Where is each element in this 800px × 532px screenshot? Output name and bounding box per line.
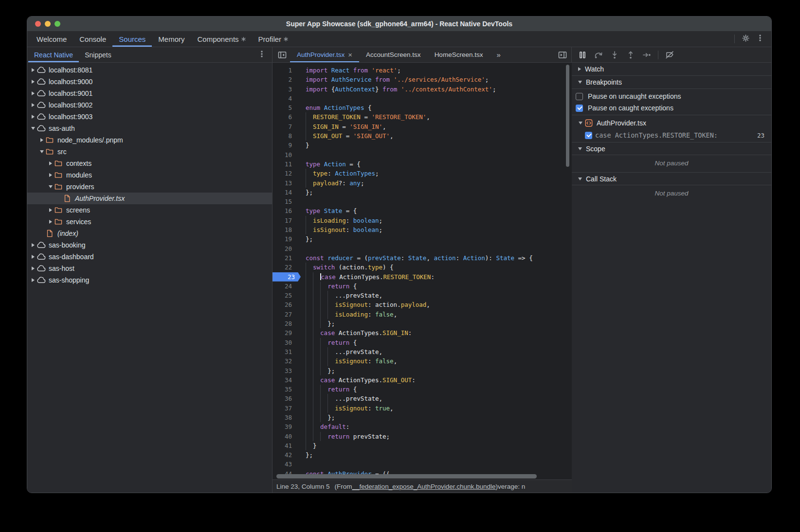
horizontal-scrollbar[interactable] xyxy=(276,474,537,479)
code-text[interactable]: } xyxy=(298,441,572,450)
code-text[interactable]: enum ActionTypes { xyxy=(298,103,572,112)
code-text[interactable]: const reducer = (prevState: State, actio… xyxy=(298,253,572,263)
line-number[interactable]: 2 xyxy=(273,75,298,84)
line-number[interactable]: 43 xyxy=(273,460,298,469)
main-tab-sources[interactable]: Sources xyxy=(112,31,152,47)
breakpoint-marker[interactable]: 23 xyxy=(273,272,301,282)
line-number[interactable]: 31 xyxy=(273,347,298,356)
line-number[interactable]: 27 xyxy=(273,310,298,319)
close-icon[interactable]: × xyxy=(348,51,352,59)
tree-arrow-icon[interactable] xyxy=(48,173,54,177)
code-text[interactable]: return { xyxy=(298,385,572,394)
code-text[interactable]: ...prevState, xyxy=(298,347,572,356)
main-tab-memory[interactable]: Memory xyxy=(152,31,191,47)
tree-item-node-modules-pnpm[interactable]: node_modules/.pnpm xyxy=(27,134,272,146)
breakpoint-entry[interactable]: case ActionTypes.RESTORE_TOKEN:23 xyxy=(572,129,771,141)
line-number[interactable]: 16 xyxy=(273,206,298,215)
navigator-kebab-menu-icon[interactable] xyxy=(258,50,265,60)
line-number[interactable]: 12 xyxy=(273,169,298,178)
code-text[interactable]: isSignout: boolean; xyxy=(298,225,572,234)
code-text[interactable]: }; xyxy=(298,234,572,244)
line-number[interactable]: 3 xyxy=(273,85,298,94)
tree-arrow-icon[interactable] xyxy=(30,243,36,247)
tree-item-localhost-9003[interactable]: localhost:9003 xyxy=(27,111,272,123)
line-number[interactable]: 24 xyxy=(273,282,298,291)
source-bundle-link[interactable]: __federation_expose_AuthProvider.chunk.b… xyxy=(352,483,496,490)
tree-arrow-icon[interactable] xyxy=(30,68,36,72)
checkbox[interactable] xyxy=(576,93,583,100)
code-text[interactable]: payload?: any; xyxy=(298,178,572,188)
line-number[interactable]: 8 xyxy=(273,131,298,141)
code-text[interactable]: import {AuthContext} from '../contexts/A… xyxy=(298,85,572,94)
tree-arrow-icon[interactable] xyxy=(39,138,45,142)
scope-section-header[interactable]: Scope xyxy=(572,142,771,155)
code-text[interactable]: type: ActionTypes; xyxy=(298,169,572,178)
checkbox[interactable] xyxy=(576,105,583,112)
main-tab-profiler[interactable]: Profiler xyxy=(252,31,295,47)
tree-item-services[interactable]: services xyxy=(27,216,272,228)
line-number[interactable]: 38 xyxy=(273,413,298,422)
tree-item-localhost-9002[interactable]: localhost:9002 xyxy=(27,99,272,111)
line-number[interactable]: 37 xyxy=(273,404,298,413)
code-text[interactable] xyxy=(298,244,572,253)
line-number[interactable]: 18 xyxy=(273,225,298,234)
code-text[interactable]: ...prevState, xyxy=(298,291,572,300)
line-number[interactable]: 28 xyxy=(273,319,298,328)
tree-item-localhost-9001[interactable]: localhost:9001 xyxy=(27,88,272,99)
tree-item-localhost-8081[interactable]: localhost:8081 xyxy=(27,64,272,76)
step-into-icon[interactable] xyxy=(610,50,619,60)
line-number[interactable]: 10 xyxy=(273,150,298,160)
line-number[interactable]: 29 xyxy=(273,328,298,337)
tree-arrow-icon[interactable] xyxy=(30,91,36,95)
tree-item-contexts[interactable]: contexts xyxy=(27,158,272,169)
tree-arrow-icon[interactable] xyxy=(48,220,54,224)
call-stack-section-header[interactable]: Call Stack xyxy=(572,172,771,185)
tree-arrow-icon[interactable] xyxy=(30,255,36,259)
tree-item-index[interactable]: (index) xyxy=(27,228,272,239)
code-text[interactable]: SIGN_OUT = 'SIGN_OUT', xyxy=(298,131,572,141)
tree-arrow-icon[interactable] xyxy=(48,161,54,165)
line-number[interactable]: 11 xyxy=(273,160,298,169)
main-tab-welcome[interactable]: Welcome xyxy=(30,31,73,47)
breakpoint-file-group[interactable]: AuthProvider.tsx xyxy=(572,117,771,129)
tree-arrow-icon[interactable] xyxy=(30,266,36,270)
code-text[interactable]: }; xyxy=(298,366,572,375)
code-text[interactable]: isLoading: false, xyxy=(298,310,572,319)
line-number[interactable]: 22 xyxy=(273,263,298,272)
toggle-navigator-icon[interactable] xyxy=(277,50,287,60)
code-text[interactable]: SIGN_IN = 'SIGN_IN', xyxy=(298,122,572,131)
code-text[interactable]: } xyxy=(298,141,572,150)
line-number[interactable]: 39 xyxy=(273,422,298,431)
tree-item-sas-host[interactable]: sas-host xyxy=(27,263,272,274)
code-text[interactable]: import AuthService from '../services/Aut… xyxy=(298,75,572,84)
code-text[interactable]: return { xyxy=(298,282,572,291)
line-number[interactable]: 32 xyxy=(273,356,298,366)
breakpoints-section-header[interactable]: Breakpoints xyxy=(572,76,771,89)
tree-item-providers[interactable]: providers xyxy=(27,181,272,193)
tree-arrow-icon[interactable] xyxy=(30,127,36,130)
code-text[interactable]: }; xyxy=(298,319,572,328)
tree-arrow-icon[interactable] xyxy=(39,150,45,153)
tree-arrow-icon[interactable] xyxy=(30,80,36,84)
step-over-icon[interactable] xyxy=(594,50,603,60)
code-text[interactable] xyxy=(298,150,572,160)
kebab-menu-icon[interactable] xyxy=(757,34,764,44)
code-text[interactable] xyxy=(298,460,572,469)
tree-arrow-icon[interactable] xyxy=(30,115,36,119)
tree-arrow-icon[interactable] xyxy=(30,278,36,282)
checkbox[interactable] xyxy=(585,132,592,139)
code-text[interactable]: RESTORE_TOKEN = 'RESTORE_TOKEN', xyxy=(298,112,572,122)
line-number[interactable]: 25 xyxy=(273,291,298,300)
tree-item-authprovider-tsx[interactable]: AuthProvider.tsx xyxy=(27,193,272,204)
step-out-icon[interactable] xyxy=(626,50,636,60)
code-text[interactable]: return { xyxy=(298,338,572,347)
line-number[interactable]: 5 xyxy=(273,103,298,112)
code-text[interactable]: }; xyxy=(298,413,572,422)
editor-tab-accountscreen-tsx[interactable]: AccountScreen.tsx xyxy=(359,47,428,62)
deactivate-breakpoints-icon[interactable] xyxy=(665,50,675,60)
navigator-tab-react-native[interactable]: React Native xyxy=(28,47,79,62)
navigator-tab-snippets[interactable]: Snippets xyxy=(79,47,117,62)
line-number[interactable]: 7 xyxy=(273,122,298,131)
line-number[interactable]: 14 xyxy=(273,188,298,197)
line-number[interactable]: 1 xyxy=(273,66,298,75)
